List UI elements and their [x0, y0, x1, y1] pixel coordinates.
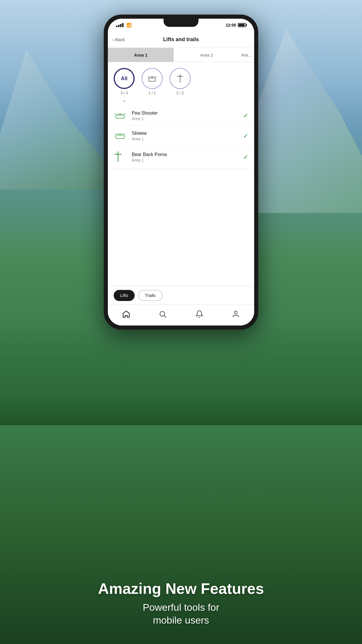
- tab-area3[interactable]: Are...: [240, 48, 254, 62]
- svg-point-18: [235, 311, 237, 314]
- svg-rect-8: [116, 115, 124, 118]
- chevron-down-icon: ⌄: [122, 97, 126, 103]
- bear-back-poma-status-icon: ✓: [243, 153, 248, 161]
- nav-home[interactable]: [116, 308, 136, 321]
- tab-area1[interactable]: Area 1: [108, 48, 174, 62]
- battery-icon: [238, 23, 246, 27]
- bear-back-poma-text: Bear Back Poma Area 1: [132, 152, 243, 162]
- bear-back-poma-icon: [114, 151, 128, 164]
- page-title: Lifts and trails: [163, 36, 199, 43]
- promo-section: Amazing New Features Powerful tools form…: [0, 580, 362, 626]
- bell-icon: [195, 310, 203, 318]
- trees-layer: [0, 323, 362, 440]
- filter-all-button[interactable]: All: [114, 68, 135, 89]
- filter-trails-wrap: 2 / 2: [170, 68, 191, 95]
- tab-area2[interactable]: Area 2: [174, 48, 240, 62]
- svg-rect-12: [116, 135, 124, 138]
- filter-all-wrap: All 3 / 3 ⌄: [114, 68, 135, 103]
- tabs-bar: Area 1 Area 2 Are...: [108, 48, 254, 62]
- bear-back-poma-sub: Area 1: [132, 158, 243, 162]
- phone-screen: 📶 12:00 ‹ Back Lifts and trails: [108, 19, 254, 326]
- app-content: ‹ Back Lifts and trails Area 1 Area 2 Ar…: [108, 32, 254, 326]
- filter-all-count: 3 / 3: [120, 91, 128, 95]
- list-item-skiwee[interactable]: Skiwee Area 1 ✓: [108, 126, 254, 146]
- status-right: 12:00: [226, 23, 246, 27]
- phone-notch: [164, 19, 198, 27]
- filter-all-label: All: [121, 76, 127, 82]
- svg-point-3: [152, 76, 152, 77]
- filter-lifts-wrap: 1 / 1: [142, 68, 163, 95]
- status-time: 12:00: [226, 23, 236, 27]
- trail-icon: [176, 73, 184, 84]
- back-chevron-icon: ‹: [113, 37, 114, 42]
- skiwee-text: Skiwee Area 1: [132, 131, 243, 141]
- list-item-bear-back-poma[interactable]: Bear Back Poma Area 1 ✓: [108, 146, 254, 169]
- status-left: 📶: [116, 23, 131, 27]
- signal-icon: [116, 23, 124, 27]
- filter-trails-button[interactable]: [170, 68, 191, 89]
- svg-rect-2: [149, 78, 156, 81]
- phone-frame: 📶 12:00 ‹ Back Lifts and trails: [104, 15, 258, 330]
- promo-title: Amazing New Features: [0, 580, 362, 597]
- filter-trails-pill[interactable]: Trails: [138, 290, 163, 301]
- svg-point-16: [160, 311, 165, 316]
- skiwee-sub: Area 1: [132, 136, 243, 141]
- app-header: ‹ Back Lifts and trails: [108, 32, 254, 48]
- pea-shooter-icon: [114, 112, 128, 120]
- nav-profile[interactable]: [226, 308, 246, 321]
- bottom-filter-bar: Lifts Trails: [108, 286, 254, 304]
- pea-shooter-sub: Area 1: [132, 116, 243, 121]
- nav-search[interactable]: [153, 308, 173, 321]
- bottom-nav: [108, 304, 254, 326]
- home-icon: [122, 310, 130, 318]
- pea-shooter-status-icon: ✓: [243, 112, 248, 120]
- svg-point-13: [120, 134, 121, 135]
- bear-back-poma-name: Bear Back Poma: [132, 152, 243, 157]
- skiwee-name: Skiwee: [132, 131, 243, 136]
- wifi-icon: 📶: [126, 23, 131, 27]
- pea-shooter-text: Pea Shooter Area 1: [132, 111, 243, 121]
- back-button[interactable]: ‹ Back: [113, 37, 125, 42]
- nav-notifications[interactable]: [189, 308, 209, 321]
- list-item-pea-shooter[interactable]: Pea Shooter Area 1 ✓: [108, 106, 254, 126]
- search-icon: [159, 310, 167, 318]
- skiwee-status-icon: ✓: [243, 132, 248, 140]
- filter-section: All 3 / 3 ⌄: [108, 62, 254, 106]
- promo-subtitle: Powerful tools formobile users: [0, 601, 362, 626]
- svg-line-17: [164, 316, 166, 317]
- svg-point-9: [120, 113, 121, 115]
- skiwee-icon: [114, 132, 128, 140]
- back-label: Back: [115, 37, 125, 42]
- lift-list: Pea Shooter Area 1 ✓: [108, 106, 254, 286]
- person-icon: [232, 310, 240, 318]
- filter-trails-count: 2 / 2: [176, 91, 184, 95]
- filter-lifts-pill[interactable]: Lifts: [114, 290, 135, 301]
- filter-circles: All 3 / 3 ⌄: [114, 68, 248, 103]
- lift-icon: [146, 74, 158, 83]
- pea-shooter-name: Pea Shooter: [132, 111, 243, 116]
- filter-lifts-count: 1 / 1: [148, 91, 156, 95]
- filter-lifts-button[interactable]: [142, 68, 163, 89]
